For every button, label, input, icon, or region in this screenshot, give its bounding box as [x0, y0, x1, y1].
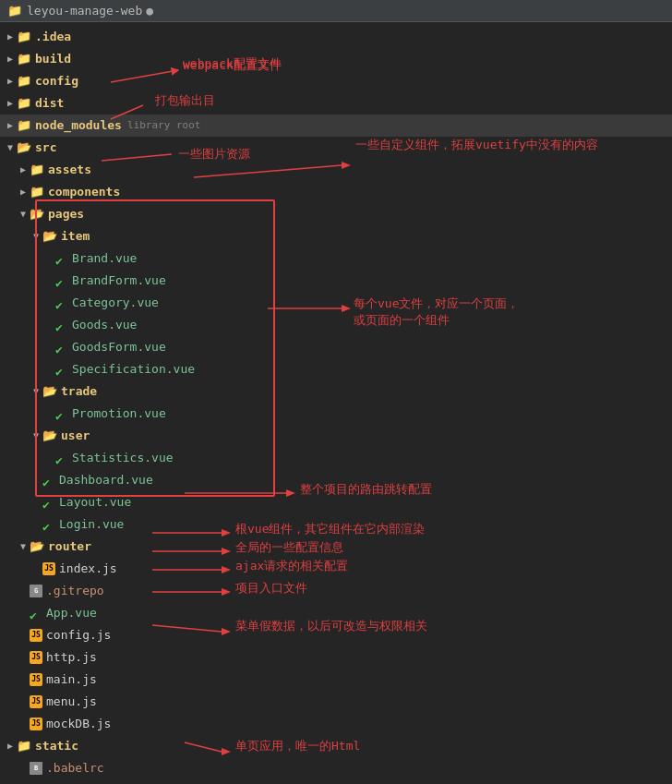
tree-item-category-vue[interactable]: ✔ Category.vue: [0, 292, 672, 314]
tree-item-brand-vue[interactable]: ✔ Brand.vue: [0, 247, 672, 270]
vue-icon-statistics: ✔: [55, 452, 68, 464]
label-app-vue: App.vue: [46, 604, 97, 622]
label-user: user: [61, 427, 90, 445]
label-trade: trade: [61, 382, 97, 401]
vue-icon-brand: ✔: [55, 252, 68, 265]
tree-item-trade[interactable]: 📂 trade: [0, 380, 672, 403]
arrow-build: [4, 50, 17, 68]
tree-item-editorconfig[interactable]: E .editorconfig: [0, 779, 672, 784]
label-brand-vue: Brand.vue: [72, 249, 137, 268]
arrow-trade: [30, 382, 42, 401]
label-main-js: main.js: [46, 670, 97, 689]
label-layout-vue: Layout.vue: [59, 493, 131, 512]
folder-icon-assets: 📁: [30, 161, 44, 179]
tree-item-pages[interactable]: 📂 pages: [0, 203, 672, 225]
tree-item-login-vue[interactable]: ✔ Login.vue: [0, 513, 672, 536]
tree-item-item[interactable]: 📂 item: [0, 225, 672, 247]
arrow-dist: [4, 94, 17, 113]
tree-item-components[interactable]: 📁 components: [0, 181, 672, 203]
folder-icon-user: 📂: [42, 427, 57, 445]
tree-item-dist[interactable]: 📁 dist: [0, 92, 672, 115]
folder-icon-src: 📂: [17, 139, 31, 157]
arrow-config: [4, 72, 17, 90]
vue-icon-goodsform: ✔: [55, 341, 68, 354]
arrow-components: [17, 183, 30, 201]
tree-item-layout-vue[interactable]: ✔ Layout.vue: [0, 491, 672, 513]
tree-item-main-js[interactable]: JS main.js: [0, 669, 672, 691]
tree-item-goodsform-vue[interactable]: ✔ GoodsForm.vue: [0, 336, 672, 358]
arrow-idea: [4, 28, 17, 46]
js-icon-main: JS: [30, 673, 42, 686]
vue-icon-specification: ✔: [55, 363, 68, 376]
label-http-js: http.js: [46, 648, 97, 667]
folder-icon-build: 📁: [17, 50, 31, 68]
folder-icon-trade: 📂: [42, 382, 57, 401]
label-brandform-vue: BrandForm.vue: [72, 271, 166, 290]
tree-item-router[interactable]: 📂 router: [0, 536, 672, 558]
label-router: router: [48, 537, 91, 556]
label-src: src: [35, 139, 56, 157]
arrow-item: [30, 227, 42, 246]
vue-icon-layout: ✔: [42, 496, 55, 509]
generic-icon-babelrc: B: [30, 762, 42, 775]
label-mockdb-js: mockDB.js: [46, 715, 111, 733]
folder-icon-node-modules: 📁: [17, 116, 31, 135]
tree-item-router-index[interactable]: JS index.js: [0, 558, 672, 580]
tree-item-specification-vue[interactable]: ✔ Specification.vue: [0, 358, 672, 380]
folder-icon-config: 📁: [17, 72, 31, 90]
tree-item-menu-js[interactable]: JS menu.js: [0, 691, 672, 713]
label-babelrc: .babelrc: [46, 759, 104, 778]
label-config: config: [35, 72, 78, 90]
label-config-js: config.js: [46, 626, 111, 645]
modified-indicator: ●: [146, 4, 153, 18]
tree-item-user[interactable]: 📂 user: [0, 425, 672, 447]
tree-item-gitrepo[interactable]: G .gitrepo: [0, 580, 672, 602]
vue-icon-goods: ✔: [55, 319, 68, 332]
label-gitrepo: .gitrepo: [46, 582, 104, 600]
label-login-vue: Login.vue: [59, 515, 124, 534]
tree-item-config-js[interactable]: JS config.js: [0, 624, 672, 646]
generic-icon-gitrepo: G: [30, 585, 42, 597]
tree-item-babelrc[interactable]: B .babelrc: [0, 757, 672, 779]
label-goods-vue: Goods.vue: [72, 316, 137, 334]
tree-item-statistics-vue[interactable]: ✔ Statistics.vue: [0, 447, 672, 469]
main-container: 📁 leyou-manage-web ● 📁 .idea 📁 build 📁 c…: [0, 0, 672, 784]
vue-icon-app: ✔: [30, 607, 42, 620]
label-router-index: index.js: [59, 560, 117, 578]
folder-icon-components: 📁: [30, 183, 44, 201]
tree-item-mockdb-js[interactable]: JS mockDB.js: [0, 713, 672, 735]
tree-item-build[interactable]: 📁 build: [0, 48, 672, 70]
tree-item-dashboard-vue[interactable]: ✔ Dashboard.vue: [0, 469, 672, 491]
tree-item-promotion-vue[interactable]: ✔ Promotion.vue: [0, 403, 672, 425]
vue-icon-promotion: ✔: [55, 407, 68, 420]
label-statistics-vue: Statistics.vue: [72, 449, 174, 467]
vue-icon-brandform: ✔: [55, 274, 68, 287]
tree-item-goods-vue[interactable]: ✔ Goods.vue: [0, 314, 672, 336]
folder-icon-pages: 📂: [30, 205, 44, 223]
tree-item-static[interactable]: 📁 static: [0, 735, 672, 757]
tree-item-app-vue[interactable]: ✔ App.vue: [0, 602, 672, 624]
label-assets: assets: [48, 161, 91, 179]
title-bar: 📁 leyou-manage-web ●: [0, 0, 672, 22]
tree-item-assets[interactable]: 📁 assets: [0, 159, 672, 181]
vue-icon-category: ✔: [55, 296, 68, 309]
tree-item-config[interactable]: 📁 config: [0, 70, 672, 92]
library-badge: library root: [127, 116, 200, 135]
label-build: build: [35, 50, 71, 68]
tree-item-src[interactable]: 📂 src: [0, 137, 672, 159]
project-icon: 📁: [7, 4, 22, 18]
file-tree[interactable]: 📁 .idea 📁 build 📁 config 📁 dist: [0, 22, 672, 784]
folder-icon-dist: 📁: [17, 94, 31, 113]
folder-icon-idea: 📁: [17, 28, 31, 46]
arrow-assets: [17, 161, 30, 179]
folder-icon-router: 📂: [30, 537, 44, 556]
tree-item-brandform-vue[interactable]: ✔ BrandForm.vue: [0, 270, 672, 292]
js-icon-config: JS: [30, 629, 42, 642]
arrow-pages: [17, 205, 30, 223]
tree-item-idea[interactable]: 📁 .idea: [0, 26, 672, 48]
project-title: leyou-manage-web: [27, 4, 142, 18]
arrow-src: [4, 139, 17, 157]
tree-item-node-modules[interactable]: 📁 node_modules library root: [0, 115, 672, 137]
tree-item-http-js[interactable]: JS http.js: [0, 646, 672, 669]
arrow-router: [17, 537, 30, 556]
